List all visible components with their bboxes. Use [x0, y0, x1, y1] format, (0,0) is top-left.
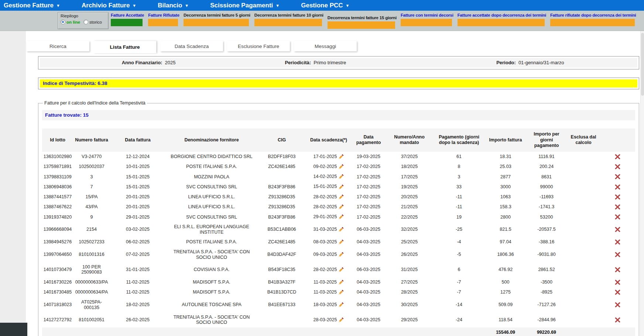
cell-mandato: 32/2025: [386, 222, 433, 237]
exclude-invoice-x-icon[interactable]: [615, 204, 620, 210]
fatture-trovate-counter: Fatture trovate: 15: [42, 110, 635, 120]
edit-scadenza-pencil-icon[interactable]: [339, 289, 344, 295]
edit-scadenza-pencil-icon[interactable]: [339, 239, 344, 245]
edit-scadenza-pencil-icon[interactable]: [339, 154, 344, 160]
cell-importo-fattura: 158.3: [485, 202, 526, 212]
edit-scadenza-pencil-icon[interactable]: [339, 317, 344, 323]
column-header-importo-fattura: Importo fattura: [485, 128, 526, 152]
cell-esclusa: [567, 182, 600, 192]
exclude-invoice-x-icon[interactable]: [615, 289, 620, 295]
invoice-row: 14071818023AT025PA-00013518-02-2025AUTOL…: [42, 297, 635, 312]
cell-importo-giorni: 1116.91: [526, 152, 567, 162]
exclude-invoice-x-icon[interactable]: [615, 154, 620, 160]
tab-lista-fatture[interactable]: Lista Fatture: [93, 41, 156, 53]
cell-data-fattura: 15-01-2025: [110, 172, 165, 182]
legend-item-fatture-rifiutate-dopo-decorrenza-dei-termini[interactable]: Fatture rifiutate dopo decorrenza dei te…: [550, 13, 636, 26]
cell-giorni: -7: [433, 277, 485, 287]
tab-messaggi[interactable]: Messaggi: [294, 41, 357, 51]
cell-data-scadenza: 18-03-2025: [306, 297, 352, 312]
cell-mandato: 25/2025: [386, 237, 433, 247]
cell-data-scadenza: 28-02-2025: [306, 202, 352, 212]
periodicita-label: Periodicità:: [285, 60, 311, 65]
menu-item-bilancio[interactable]: Bilancio▼: [158, 2, 189, 9]
riepilogo-groupbox: Riepilogo on linestorico: [58, 12, 109, 29]
cell-fornitore: POSTE ITALIANE S.P.A.: [165, 237, 258, 247]
edit-scadenza-pencil-icon[interactable]: [339, 227, 344, 232]
menu-item-gestione-fatture[interactable]: Gestione Fatture▼: [4, 2, 60, 9]
edit-scadenza-pencil-icon[interactable]: [339, 252, 344, 257]
edit-scadenza-pencil-icon[interactable]: [339, 194, 344, 200]
exclude-invoice-x-icon[interactable]: [615, 164, 620, 169]
invoice-row: 13806948036715-01-2025SVC CONSULTING SRL…: [42, 182, 635, 192]
cell-esclusa: [567, 312, 600, 328]
edit-scadenza-pencil-icon[interactable]: [339, 184, 344, 190]
exclude-invoice-x-icon[interactable]: [615, 267, 620, 272]
exclude-invoice-x-icon[interactable]: [615, 174, 620, 179]
tab-data-scadenza[interactable]: Data Scadenza: [160, 41, 223, 51]
cell-id-lotto: 13759871891: [42, 162, 73, 172]
exclude-invoice-x-icon[interactable]: [615, 184, 620, 190]
cell-data-scadenza: 28-02-2025: [306, 192, 352, 202]
radio-selected-icon: [61, 20, 65, 24]
edit-scadenza-pencil-icon[interactable]: [339, 164, 344, 169]
cell-numero-fattura: 100 PER 25090083: [73, 262, 110, 277]
legend-label[interactable]: Fatture Rifiutate: [148, 13, 179, 17]
legend-item-fatture-accettate[interactable]: Fatture Accettate: [111, 13, 144, 26]
legend-label[interactable]: Fatture accettate dopo decorrenza dei te…: [458, 13, 546, 17]
cell-id-lotto: 13966668094: [42, 222, 73, 237]
tab-esclusione-fatture[interactable]: Esclusione Fatture: [227, 41, 290, 51]
cell-actions: [600, 262, 635, 277]
edit-scadenza-pencil-icon[interactable]: [339, 267, 344, 272]
cell-data-pagamento: 17-02-2025: [352, 212, 386, 222]
exclude-invoice-x-icon[interactable]: [615, 302, 620, 308]
legend-color-swatch: [458, 19, 545, 26]
edit-scadenza-pencil-icon[interactable]: [339, 174, 344, 179]
exclude-invoice-x-icon[interactable]: [615, 227, 620, 232]
cell-data-fattura: 26-02-2025: [110, 312, 165, 328]
legend-label[interactable]: Fatture rifiutate dopo decorrenza dei te…: [550, 13, 636, 17]
menu-item-gestione-pcc[interactable]: Gestione PCC▼: [301, 2, 349, 9]
radio-storico[interactable]: storico: [83, 20, 102, 24]
edit-scadenza-pencil-icon[interactable]: [339, 302, 344, 308]
menu-item-scissione-pagamenti[interactable]: Scissione Pagamenti▼: [210, 2, 280, 9]
legend-item-fatture-con-termini-decorsi[interactable]: Fatture con termini decorsi: [401, 13, 453, 26]
tab-ricerca[interactable]: Ricerca: [27, 41, 89, 51]
cell-importo-fattura: 509.09: [485, 297, 526, 312]
cell-importo-fattura: 1063: [485, 192, 526, 202]
indice-banner-box: Indice di Tempestività: 6.38: [38, 78, 639, 89]
cell-fornitore: ELI S.R.L. EUROPEAN LANGUAGE INSTITUTE: [165, 222, 258, 237]
exclude-invoice-x-icon[interactable]: [615, 280, 620, 285]
data-scadenza-value: 09-03-2025: [314, 252, 337, 257]
cell-esclusa: [567, 202, 600, 212]
edit-scadenza-pencil-icon[interactable]: [339, 280, 344, 285]
edit-scadenza-pencil-icon[interactable]: [339, 204, 344, 210]
invoice-row: 14127272792810100205126-02-2025TRENITALI…: [42, 312, 635, 328]
invoice-row: 1388744157715/PA20-01-2025LINEA UFFICIO …: [42, 192, 635, 202]
vertical-scrollbar[interactable]: [640, 31, 644, 336]
exclude-invoice-x-icon[interactable]: [615, 194, 620, 200]
exclude-invoice-x-icon[interactable]: [615, 317, 620, 323]
legend-item-fatture-accettate-dopo-decorrenza-dei-termini[interactable]: Fatture accettate dopo decorrenza dei te…: [458, 13, 546, 26]
cell-fornitore: POSTE ITALIANE S.P.A.: [165, 162, 258, 172]
radio-on-line[interactable]: on line: [61, 20, 80, 24]
exclude-invoice-x-icon[interactable]: [615, 252, 620, 257]
invoice-row: 13919374820929-01-2025SVC CONSULTING SRL…: [42, 212, 635, 222]
cell-importo-giorni: -388.16: [526, 237, 567, 247]
legend-label[interactable]: Fatture con termini decorsi: [401, 13, 453, 17]
cell-esclusa: [567, 172, 600, 182]
cell-numero-fattura: V3-24770: [73, 152, 110, 162]
cell-actions: [600, 237, 635, 247]
cell-numero-fattura: 3: [73, 172, 110, 182]
legend-item-fatture-rifiutate[interactable]: Fatture Rifiutate: [148, 13, 179, 26]
menu-item-archivio-fatture[interactable]: Archivio Fatture▼: [82, 2, 136, 9]
cell-data-pagamento: 17-02-2025: [352, 172, 386, 182]
cell-esclusa: [567, 287, 600, 297]
data-scadenza-value: 11-03-2025: [314, 289, 337, 295]
edit-scadenza-pencil-icon[interactable]: [339, 214, 344, 220]
exclude-invoice-x-icon[interactable]: [615, 239, 620, 245]
chevron-down-icon: ▼: [275, 3, 280, 8]
exclude-invoice-x-icon[interactable]: [615, 214, 620, 220]
legend-label[interactable]: Fatture Accettate: [111, 13, 144, 17]
scrollbar-thumb[interactable]: [641, 33, 644, 96]
cell-mandato: 22/2025: [386, 212, 433, 222]
